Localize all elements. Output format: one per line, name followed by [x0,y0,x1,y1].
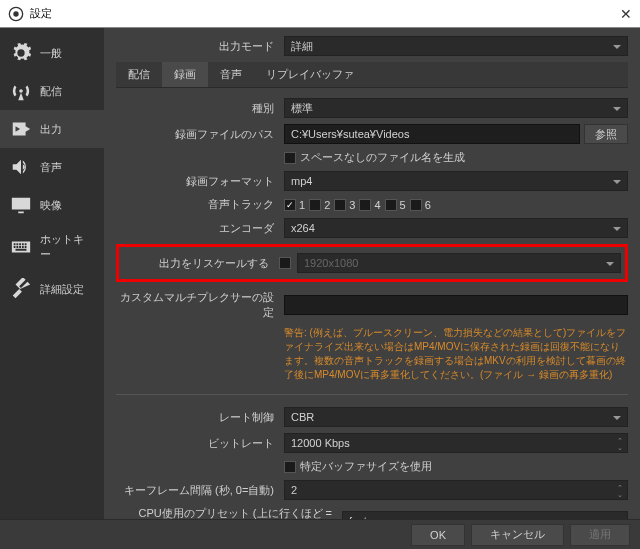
track5-checkbox[interactable] [385,199,397,211]
sidebar-item-general[interactable]: 一般 [0,34,104,72]
mux-label: カスタムマルチプレクサーの設定 [116,290,278,320]
dialog-footer: OK キャンセル 適用 [0,519,640,549]
type-select[interactable]: 標準 [284,98,628,118]
rescale-checkbox[interactable] [279,257,291,269]
sidebar-item-advanced[interactable]: 詳細設定 [0,270,104,308]
sidebar-label: 出力 [40,122,62,137]
nospace-checkbox[interactable] [284,152,296,164]
preset-label: CPU使用のプリセット (上に行くほど = CPU使用低い) [116,506,336,519]
sidebar-item-video[interactable]: 映像 [0,186,104,224]
keyboard-icon [10,236,32,258]
svg-point-1 [13,11,18,16]
browse-button[interactable]: 参照 [584,124,628,144]
cancel-button[interactable]: キャンセル [471,524,564,546]
sidebar-item-hotkeys[interactable]: ホットキー [0,224,104,270]
recpath-label: 録画ファイルのパス [116,127,278,142]
output-mode-select[interactable]: 詳細 [284,36,628,56]
apply-button[interactable]: 適用 [570,524,630,546]
output-icon [10,118,32,140]
sidebar: 一般 配信 出力 音声 映像 ホットキー 詳細設定 [0,28,104,519]
ratecontrol-label: レート制御 [116,410,278,425]
track3-checkbox[interactable] [334,199,346,211]
close-icon[interactable]: ✕ [620,6,632,22]
bitrate-label: ビットレート [116,436,278,451]
tools-icon [10,278,32,300]
type-label: 種別 [116,101,278,116]
speaker-icon [10,156,32,178]
custombuf-checkbox[interactable] [284,461,296,473]
sidebar-label: 音声 [40,160,62,175]
recpath-input[interactable] [284,124,580,144]
keyframe-label: キーフレーム間隔 (秒, 0=自動) [116,483,278,498]
app-icon [8,6,24,22]
window-title: 設定 [30,6,52,21]
keyframe-input[interactable]: 2 [284,480,628,500]
bitrate-input[interactable]: 12000 Kbps [284,433,628,453]
sidebar-item-output[interactable]: 出力 [0,110,104,148]
rescale-label: 出力をリスケールする [123,256,273,271]
antenna-icon [10,80,32,102]
tab-stream[interactable]: 配信 [116,62,162,87]
ok-button[interactable]: OK [411,524,465,546]
content-panel: 出力モード 詳細 配信 録画 音声 リプレイバッファ 種別 標準 録画ファイルの… [104,28,640,519]
nospace-label: スペースなしのファイル名を生成 [300,150,465,165]
ratecontrol-select[interactable]: CBR [284,407,628,427]
preset-select[interactable]: faster [342,511,628,519]
sidebar-label: 映像 [40,198,62,213]
sidebar-label: 詳細設定 [40,282,84,297]
tab-audio[interactable]: 音声 [208,62,254,87]
sidebar-item-stream[interactable]: 配信 [0,72,104,110]
format-select[interactable]: mp4 [284,171,628,191]
mp4-warning: 警告: (例えば、ブルースクリーン、電力損失などの結果として)ファイルをファイナ… [116,326,628,382]
monitor-icon [10,194,32,216]
track2-checkbox[interactable] [309,199,321,211]
custombuf-label: 特定バッファサイズを使用 [300,459,432,474]
sidebar-label: 一般 [40,46,62,61]
sidebar-label: 配信 [40,84,62,99]
rescale-highlight: 出力をリスケールする 1920x1080 [116,244,628,282]
rescale-select[interactable]: 1920x1080 [297,253,621,273]
output-tabs: 配信 録画 音声 リプレイバッファ [116,62,628,88]
track4-checkbox[interactable] [359,199,371,211]
tracks-label: 音声トラック [116,197,278,212]
output-mode-label: 出力モード [116,39,278,54]
mux-input[interactable] [284,295,628,315]
tab-record[interactable]: 録画 [162,62,208,87]
titlebar: 設定 ✕ [0,0,640,28]
tab-replay[interactable]: リプレイバッファ [254,62,366,87]
encoder-label: エンコーダ [116,221,278,236]
format-label: 録画フォーマット [116,174,278,189]
gear-icon [10,42,32,64]
sidebar-label: ホットキー [40,232,94,262]
track6-checkbox[interactable] [410,199,422,211]
encoder-select[interactable]: x264 [284,218,628,238]
track1-checkbox[interactable] [284,199,296,211]
sidebar-item-audio[interactable]: 音声 [0,148,104,186]
